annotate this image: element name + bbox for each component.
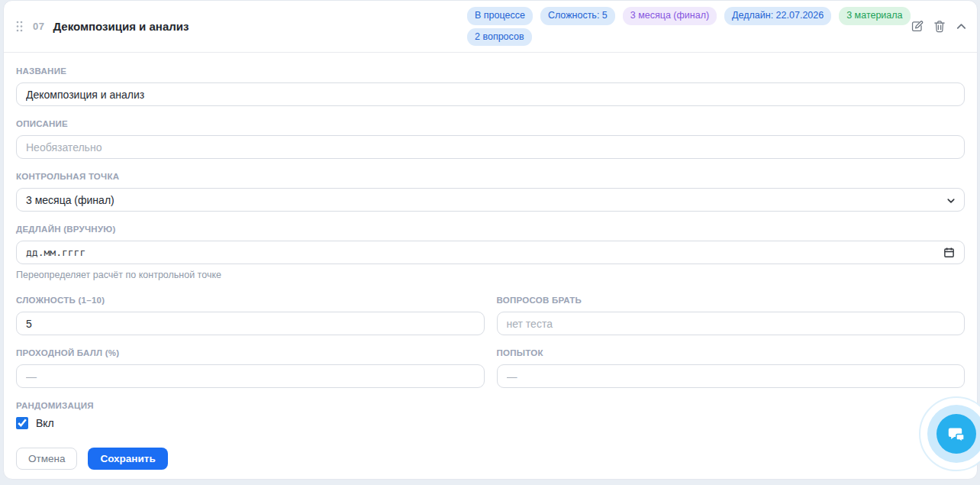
status-badge: В процессе	[467, 7, 533, 25]
module-title: Декомпозиция и анализ	[53, 20, 189, 33]
pass-score-label: ПРОХОДНОЙ БАЛЛ (%)	[16, 348, 485, 357]
questions-take-label: ВОПРОСОВ БРАТЬ	[497, 296, 965, 305]
description-input[interactable]	[16, 135, 965, 159]
field-group-randomization: РАНДОМИЗАЦИЯ Вкл	[16, 401, 965, 429]
randomization-checkbox[interactable]	[16, 417, 28, 429]
materials-badge: 3 материала	[839, 7, 910, 25]
module-index: 07	[33, 21, 44, 32]
card-header-left: 07 Декомпозиция и анализ	[15, 19, 189, 34]
badge-row-2: 2 вопросов	[467, 28, 898, 47]
attempts-label: ПОПЫТОК	[497, 348, 965, 357]
save-button[interactable]: Сохранить	[88, 448, 167, 470]
field-group-name: НАЗВАНИЕ	[16, 66, 965, 106]
difficulty-badge: Сложность: 5	[540, 7, 615, 25]
field-group-questions-take: ВОПРОСОВ БРАТЬ	[497, 296, 965, 335]
calendar-icon[interactable]	[943, 247, 955, 258]
edit-icon[interactable]	[911, 20, 924, 33]
field-group-attempts: ПОПЫТОК	[497, 348, 965, 388]
checkpoint-select[interactable]: 3 месяца (финал)	[16, 188, 965, 212]
checkpoint-label: КОНТРОЛЬНАЯ ТОЧКА	[16, 172, 965, 181]
deadline-label: ДЕДЛАЙН (ВРУЧНУЮ)	[16, 225, 965, 234]
form-buttons: Отмена Сохранить	[16, 448, 965, 470]
field-group-deadline: ДЕДЛАЙН (ВРУЧНУЮ) дд.мм.гггг Переопредел…	[16, 225, 965, 280]
chevron-up-icon[interactable]	[956, 21, 967, 32]
badge-row-1: В процессе Сложность: 5 3 месяца (финал)…	[467, 7, 898, 25]
two-column-row-2: ПРОХОДНОЙ БАЛЛ (%) ПОПЫТОК	[16, 348, 965, 401]
field-group-description: ОПИСАНИЕ	[16, 119, 965, 159]
two-column-row-1: СЛОЖНОСТЬ (1–10) ВОПРОСОВ БРАТЬ	[16, 296, 965, 348]
name-input[interactable]	[16, 82, 965, 106]
cancel-button[interactable]: Отмена	[16, 448, 77, 470]
card-header: 07 Декомпозиция и анализ В процессе Слож…	[4, 1, 977, 53]
field-group-difficulty: СЛОЖНОСТЬ (1–10)	[16, 296, 485, 335]
difficulty-input[interactable]	[16, 312, 485, 335]
name-label: НАЗВАНИЕ	[16, 66, 965, 76]
drag-handle-icon[interactable]	[15, 19, 24, 34]
chat-widget-button[interactable]	[936, 414, 976, 454]
deadline-date-input[interactable]: дд.мм.гггг	[16, 241, 965, 264]
difficulty-label: СЛОЖНОСТЬ (1–10)	[16, 296, 485, 305]
field-group-checkpoint: КОНТРОЛЬНАЯ ТОЧКА 3 месяца (финал)	[16, 172, 965, 212]
badge-group: В процессе Сложность: 5 3 месяца (финал)…	[467, 7, 898, 46]
checkpoint-badge: 3 месяца (финал)	[623, 7, 717, 25]
description-label: ОПИСАНИЕ	[16, 119, 965, 128]
module-edit-card: 07 Декомпозиция и анализ В процессе Слож…	[3, 0, 978, 480]
chat-bubbles-icon	[946, 424, 967, 445]
attempts-input[interactable]	[497, 364, 965, 388]
deadline-badge: Дедлайн: 22.07.2026	[724, 7, 831, 25]
randomization-row: Вкл	[16, 417, 965, 429]
edit-form: НАЗВАНИЕ ОПИСАНИЕ КОНТРОЛЬНАЯ ТОЧКА 3 ме…	[4, 53, 977, 470]
randomization-checkbox-label[interactable]: Вкл	[36, 417, 54, 429]
questions-badge: 2 вопросов	[467, 28, 532, 47]
header-actions	[911, 20, 967, 33]
deadline-placeholder: дд.мм.гггг	[26, 247, 85, 258]
randomization-label: РАНДОМИЗАЦИЯ	[16, 401, 965, 410]
deadline-hint: Переопределяет расчёт по контрольной точ…	[16, 270, 965, 280]
field-group-pass-score: ПРОХОДНОЙ БАЛЛ (%)	[16, 348, 485, 388]
pass-score-input[interactable]	[16, 364, 485, 388]
trash-icon[interactable]	[933, 20, 946, 33]
questions-take-input[interactable]	[497, 312, 965, 335]
